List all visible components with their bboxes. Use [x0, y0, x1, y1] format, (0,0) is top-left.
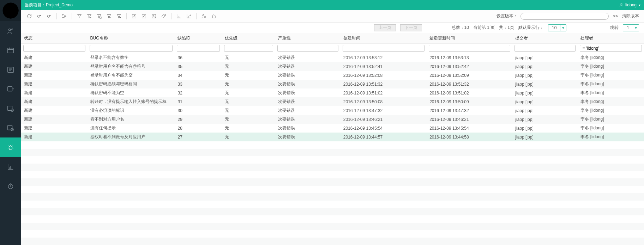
sidebar-item-stats[interactable]	[0, 157, 21, 176]
filter-remove-icon[interactable]	[104, 12, 114, 20]
cell-id: 35	[175, 62, 222, 71]
svg-rect-21	[152, 14, 156, 18]
table-row[interactable]: 新建登录时用户名不能含有@符号35无次要错误2016-12-09 13:52:4…	[21, 62, 644, 71]
cell-submitter: jiapp [jpp]	[512, 106, 578, 115]
filter-assignee[interactable]	[580, 45, 642, 52]
table-row[interactable]: 新建登录时用户名不能为空34无次要错误2016-12-09 13:52:0820…	[21, 71, 644, 80]
col-header-status[interactable]: 状态	[21, 33, 88, 44]
project-title: 当前项目：Project_Demo	[25, 2, 619, 8]
cell-status: 新建	[21, 133, 88, 141]
table-row[interactable]: 新建看不到对方用户名29无次要错误2016-12-09 13:46:212016…	[21, 115, 644, 124]
cell-created: 2016-12-09 13:52:41	[341, 62, 427, 71]
chart-icon[interactable]	[174, 12, 183, 20]
col-header-created[interactable]: 创建时间	[341, 33, 427, 44]
col-header-assignee[interactable]: 处理者	[578, 33, 644, 44]
cell-created: 2016-12-09 13:51:02	[341, 88, 427, 97]
export-icon[interactable]	[130, 12, 139, 20]
next-page-button[interactable]: 下一页	[400, 24, 422, 31]
filter-clear-icon[interactable]	[114, 12, 124, 20]
tag-icon[interactable]	[159, 12, 168, 20]
version-input[interactable]	[520, 13, 609, 20]
cell-severity: 次要错误	[275, 53, 341, 62]
table-row[interactable]: 新建没有必填项的标识30无次要错误2016-12-09 13:47:322016…	[21, 106, 644, 115]
sidebar-item-block[interactable]	[0, 118, 21, 137]
tree-icon[interactable]	[60, 12, 69, 20]
version-clear-button[interactable]: 清除版本	[622, 13, 639, 19]
col-header-id[interactable]: 缺陷ID	[175, 33, 222, 44]
cell-id: 29	[175, 115, 222, 124]
user-icon	[619, 2, 624, 7]
filter-severity[interactable]	[277, 45, 338, 52]
filter-id[interactable]	[177, 45, 219, 52]
prev-page-button[interactable]: 上一页	[374, 24, 396, 31]
filter-status[interactable]	[23, 45, 85, 52]
cell-priority: 无	[222, 53, 275, 62]
col-header-name[interactable]: BUG名称	[88, 33, 175, 44]
svg-point-17	[65, 16, 66, 17]
import-icon[interactable]	[139, 12, 149, 20]
filter-created[interactable]	[343, 45, 425, 52]
sidebar-item-bugs[interactable]	[0, 137, 21, 157]
user-menu[interactable]: lidong ▾	[619, 2, 640, 7]
filter-icon[interactable]	[75, 12, 84, 20]
rows-per-page-select[interactable]: 10▾	[548, 24, 566, 31]
table-row[interactable]: 新建授权时看不到账号及对应用户27无次要错误2016-12-09 13:44:5…	[21, 133, 644, 141]
cell-severity: 次要错误	[275, 133, 341, 141]
cell-updated: 2016-12-09 13:50:09	[427, 97, 512, 106]
col-header-submitter[interactable]: 提交者	[512, 33, 578, 44]
cell-severity: 次要错误	[275, 71, 341, 80]
table-row[interactable]: 新建转账时，没有提示输入转入账号的提示框31无次要错误2016-12-09 13…	[21, 97, 644, 106]
filter-submitter[interactable]	[514, 45, 576, 52]
cell-priority: 无	[222, 97, 275, 106]
cell-status: 新建	[21, 106, 88, 115]
cell-severity: 次要错误	[275, 115, 341, 124]
svg-point-2	[12, 29, 13, 30]
cell-id: 36	[175, 53, 222, 62]
version-apply-button[interactable]: >>	[613, 14, 618, 19]
col-header-priority[interactable]: 优先级	[222, 33, 275, 44]
cell-created: 2016-12-09 13:53:12	[341, 53, 427, 62]
table-row[interactable]: 新建登录名不能含有数字36无次要错误2016-12-09 13:53:12201…	[21, 53, 644, 62]
svg-point-1	[9, 29, 11, 31]
sidebar-item-flow[interactable]	[0, 79, 21, 99]
refresh-icon[interactable]	[25, 12, 34, 20]
cell-created: 2016-12-09 13:52:08	[341, 71, 427, 80]
cell-id: 33	[175, 80, 222, 88]
filter-priority[interactable]	[224, 45, 273, 52]
cell-priority: 无	[222, 124, 275, 133]
svg-point-16	[62, 17, 64, 18]
col-header-updated[interactable]: 最后更新时间	[427, 33, 512, 44]
col-header-severity[interactable]: 严重性	[275, 33, 341, 44]
svg-point-24	[190, 15, 191, 16]
sidebar-item-clock[interactable]	[0, 99, 21, 118]
sidebar-item-users[interactable]	[0, 21, 21, 41]
cell-severity: 次要错误	[275, 106, 341, 115]
filter-updated[interactable]	[429, 45, 510, 52]
cell-priority: 无	[222, 62, 275, 71]
sidebar-item-timer[interactable]	[0, 176, 21, 196]
jump-page-select[interactable]: 1▾	[623, 24, 639, 31]
table-row[interactable]: 新建没有任何提示28无次要错误2016-12-09 13:45:542016-1…	[21, 124, 644, 133]
empty-row	[21, 230, 644, 238]
filter-save-icon[interactable]	[95, 12, 104, 20]
assign-icon[interactable]	[199, 12, 209, 20]
image-icon[interactable]	[149, 12, 158, 20]
remove-bug-icon[interactable]	[44, 12, 54, 20]
cell-updated: 2016-12-09 13:52:42	[427, 62, 512, 71]
cell-id: 31	[175, 97, 222, 106]
cell-assignee: 李冬 [lidong]	[578, 62, 644, 71]
current-page: 当前第 1 页	[473, 25, 495, 31]
filter-add-icon[interactable]	[85, 12, 94, 20]
filter-name[interactable]	[90, 45, 173, 52]
add-bug-icon[interactable]	[35, 12, 44, 20]
sidebar-item-calendar[interactable]	[0, 41, 21, 60]
table-row[interactable]: 新建确认密码不能为空32无次要错误2016-12-09 13:51:022016…	[21, 88, 644, 97]
cell-severity: 次要错误	[275, 88, 341, 97]
table-row[interactable]: 新建确认密码必须与密码相同33无次要错误2016-12-09 13:51:322…	[21, 80, 644, 88]
chart-settings-icon[interactable]	[184, 12, 193, 20]
cell-submitter: jiapp [jpp]	[512, 62, 578, 71]
house-icon[interactable]	[209, 12, 218, 20]
cell-assignee: 李冬 [lidong]	[578, 97, 644, 106]
cell-name: 登录时用户名不能为空	[88, 71, 175, 80]
sidebar-item-list[interactable]	[0, 60, 21, 79]
